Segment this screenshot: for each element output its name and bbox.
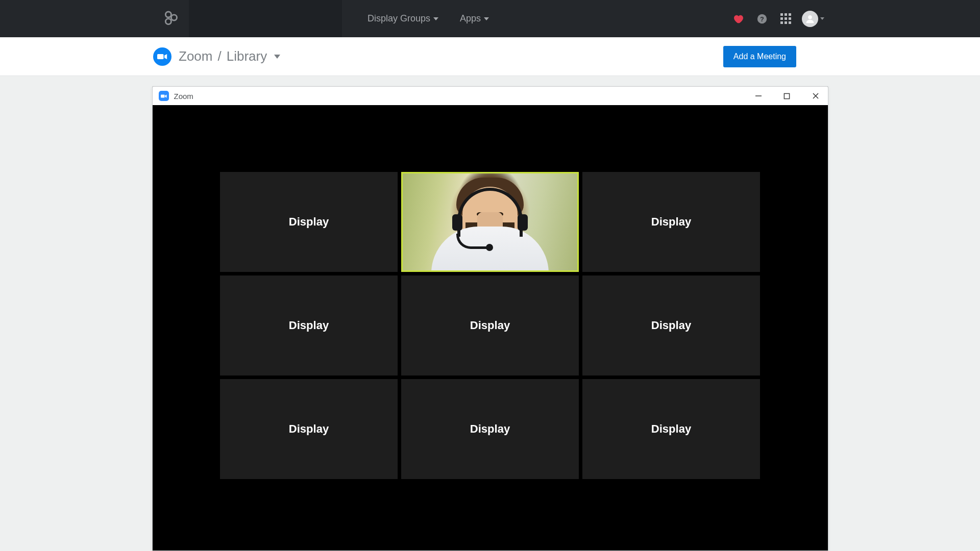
breadcrumb[interactable]: Zoom / Library	[153, 47, 280, 66]
video-tile[interactable]: Display	[582, 379, 760, 479]
video-tile-active-speaker[interactable]	[401, 172, 579, 272]
svg-point-0	[165, 11, 171, 17]
close-button[interactable]	[808, 89, 823, 103]
zoom-window-title: Zoom	[174, 92, 193, 101]
nav-tab-apps[interactable]: Apps	[460, 13, 489, 24]
top-nav: Display Groups Apps ?	[0, 0, 980, 37]
tile-label: Display	[470, 319, 510, 332]
chevron-down-icon	[274, 55, 280, 59]
help-icon[interactable]: ?	[755, 12, 769, 26]
nav-tab-label: Display Groups	[368, 13, 430, 24]
zoom-small-icon	[159, 91, 169, 101]
main-area: Zoom Display	[0, 76, 980, 551]
nav-left: Display Groups Apps	[0, 0, 489, 37]
tile-label: Display	[651, 422, 691, 436]
maximize-button[interactable]	[780, 89, 794, 103]
video-tile[interactable]: Display	[582, 276, 760, 375]
svg-point-2	[165, 18, 171, 24]
tile-label: Display	[651, 319, 691, 332]
nav-active-slot	[189, 0, 342, 37]
tile-label: Display	[289, 215, 329, 229]
window-controls	[751, 89, 823, 103]
chevron-down-icon	[484, 17, 489, 20]
user-avatar-icon	[802, 11, 818, 27]
video-grid: Display Display Display Display	[220, 172, 760, 479]
video-tile[interactable]: Display	[220, 379, 398, 479]
chevron-down-icon	[820, 17, 824, 20]
add-meeting-button[interactable]: Add a Meeting	[723, 46, 796, 67]
tile-label: Display	[289, 319, 329, 332]
nav-right: ?	[731, 0, 824, 37]
sub-header: Zoom / Library Add a Meeting	[0, 37, 980, 76]
breadcrumb-sep: /	[217, 48, 221, 64]
apps-grid-icon[interactable]	[778, 12, 793, 26]
zoom-window: Zoom Display	[152, 86, 828, 551]
svg-rect-7	[161, 94, 165, 97]
svg-point-5	[808, 15, 812, 19]
nav-tab-label: Apps	[460, 13, 481, 24]
chevron-down-icon	[433, 17, 438, 20]
breadcrumb-text: Zoom / Library	[179, 48, 280, 64]
video-tile[interactable]: Display	[220, 172, 398, 272]
minimize-button[interactable]	[751, 89, 766, 103]
nav-tab-display-groups[interactable]: Display Groups	[368, 13, 438, 24]
svg-text:?: ?	[760, 15, 764, 22]
breadcrumb-section: Library	[227, 48, 267, 64]
user-menu[interactable]	[802, 11, 824, 27]
grid-dots-icon	[780, 13, 791, 24]
tile-label: Display	[470, 422, 510, 436]
video-tile[interactable]: Display	[582, 172, 760, 272]
svg-rect-9	[784, 93, 789, 98]
tile-label: Display	[289, 422, 329, 436]
zoom-title-bar: Zoom	[153, 87, 828, 105]
svg-rect-6	[157, 54, 164, 59]
tile-label: Display	[651, 215, 691, 229]
zoom-title-left: Zoom	[159, 91, 193, 101]
nav-tabs: Display Groups Apps	[368, 0, 489, 37]
zoom-body: Display Display Display Display	[153, 105, 828, 550]
breadcrumb-app: Zoom	[179, 48, 212, 64]
video-tile[interactable]: Display	[401, 276, 579, 375]
video-tile[interactable]: Display	[401, 379, 579, 479]
brand-logo[interactable]	[153, 10, 189, 28]
svg-point-1	[171, 14, 177, 20]
video-tile[interactable]: Display	[220, 276, 398, 375]
brand-logo-icon	[162, 10, 180, 28]
zoom-app-icon	[153, 47, 172, 66]
heart-icon[interactable]	[731, 12, 746, 26]
